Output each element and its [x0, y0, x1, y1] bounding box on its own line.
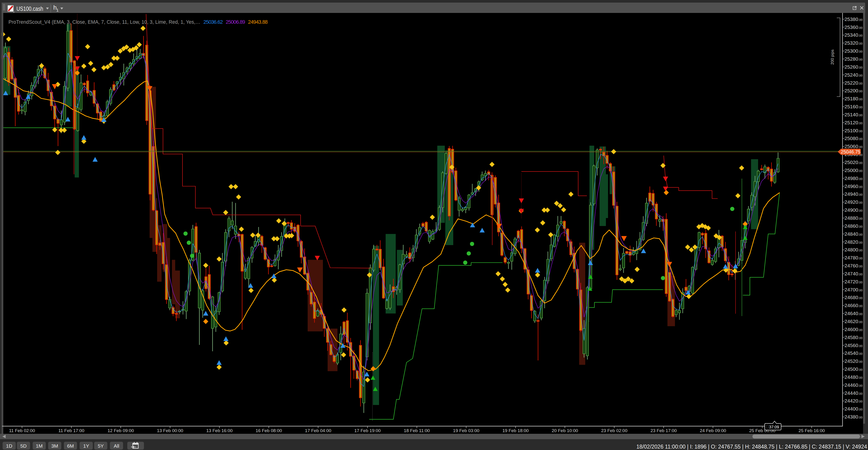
svg-text:13 Feb 00:00: 13 Feb 00:00	[157, 428, 183, 433]
svg-text:All: All	[114, 443, 119, 449]
svg-text:25036.62: 25036.62	[204, 19, 223, 25]
svg-text:200 pips: 200 pips	[830, 50, 835, 65]
svg-text:5Y: 5Y	[98, 443, 104, 449]
svg-text:1: 1	[56, 8, 59, 12]
svg-text:ProTrendScout_V4 (EMA, 3, Clos: ProTrendScout_V4 (EMA, 3, Close, EMA, 7,…	[8, 19, 200, 25]
svg-text:25046.75: 25046.75	[841, 149, 860, 154]
svg-text:12 Feb 09:00: 12 Feb 09:00	[107, 428, 134, 433]
svg-text:20 Feb 10:00: 20 Feb 10:00	[552, 428, 578, 433]
svg-text:3M: 3M	[51, 443, 58, 449]
svg-text:1D: 1D	[6, 443, 12, 449]
svg-text:11 Feb 02:00: 11 Feb 02:00	[9, 428, 35, 433]
svg-text:17 Feb 04:00: 17 Feb 04:00	[305, 428, 331, 433]
svg-text:16 Feb 08:00: 16 Feb 08:00	[256, 428, 282, 433]
svg-text:US100.cash: US100.cash	[17, 5, 43, 12]
svg-text:25006.89: 25006.89	[226, 19, 245, 25]
svg-text:11 Feb 17:00: 11 Feb 17:00	[59, 428, 85, 433]
svg-text:19 Feb 03:00: 19 Feb 03:00	[453, 428, 479, 433]
svg-text:18 Feb 11:00: 18 Feb 11:00	[404, 428, 430, 433]
svg-text:17 Feb 19:00: 17 Feb 19:00	[354, 428, 381, 433]
svg-text:25 Feb 16:00: 25 Feb 16:00	[799, 428, 825, 433]
svg-text:37:09: 37:09	[769, 425, 779, 429]
svg-text:1M: 1M	[36, 443, 42, 449]
svg-text:1Y: 1Y	[83, 443, 89, 449]
svg-text:13 Feb 16:00: 13 Feb 16:00	[206, 428, 232, 433]
svg-text:19 Feb 18:00: 19 Feb 18:00	[502, 428, 529, 433]
svg-text:23 Feb 02:00: 23 Feb 02:00	[601, 428, 627, 433]
svg-text:18/02/2026 11:00:00 | I: 1896: 18/02/2026 11:00:00 | I: 1896 | O: 24767…	[637, 444, 867, 450]
svg-text:23 Feb 17:00: 23 Feb 17:00	[651, 428, 677, 433]
svg-text:5D: 5D	[21, 443, 27, 449]
svg-text:24 Feb 09:00: 24 Feb 09:00	[700, 428, 726, 433]
svg-text:6M: 6M	[67, 443, 74, 449]
svg-text:24943.88: 24943.88	[248, 19, 268, 25]
